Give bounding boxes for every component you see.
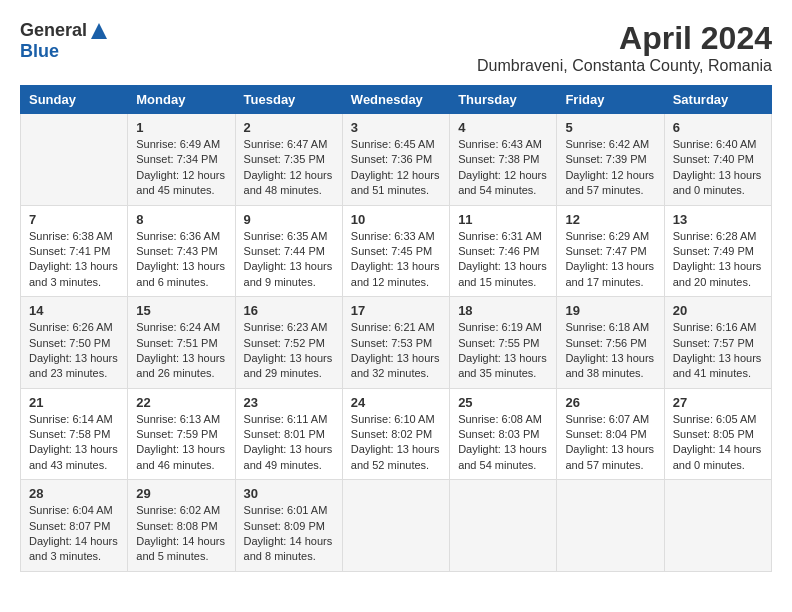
day-number: 10 [351, 212, 441, 227]
week-row: 21Sunrise: 6:14 AM Sunset: 7:58 PM Dayli… [21, 388, 772, 480]
day-number: 29 [136, 486, 226, 501]
location: Dumbraveni, Constanta County, Romania [477, 57, 772, 75]
day-cell: 5Sunrise: 6:42 AM Sunset: 7:39 PM Daylig… [557, 114, 664, 206]
header-row: SundayMondayTuesdayWednesdayThursdayFrid… [21, 86, 772, 114]
day-cell: 8Sunrise: 6:36 AM Sunset: 7:43 PM Daylig… [128, 205, 235, 297]
header-day: Saturday [664, 86, 771, 114]
day-cell: 7Sunrise: 6:38 AM Sunset: 7:41 PM Daylig… [21, 205, 128, 297]
day-info: Sunrise: 6:16 AM Sunset: 7:57 PM Dayligh… [673, 320, 763, 382]
day-info: Sunrise: 6:14 AM Sunset: 7:58 PM Dayligh… [29, 412, 119, 474]
day-number: 4 [458, 120, 548, 135]
day-number: 8 [136, 212, 226, 227]
day-number: 26 [565, 395, 655, 410]
day-number: 7 [29, 212, 119, 227]
day-cell: 18Sunrise: 6:19 AM Sunset: 7:55 PM Dayli… [450, 297, 557, 389]
day-info: Sunrise: 6:45 AM Sunset: 7:36 PM Dayligh… [351, 137, 441, 199]
day-number: 25 [458, 395, 548, 410]
day-info: Sunrise: 6:01 AM Sunset: 8:09 PM Dayligh… [244, 503, 334, 565]
day-number: 3 [351, 120, 441, 135]
day-number: 13 [673, 212, 763, 227]
header-day: Tuesday [235, 86, 342, 114]
day-cell: 17Sunrise: 6:21 AM Sunset: 7:53 PM Dayli… [342, 297, 449, 389]
day-number: 18 [458, 303, 548, 318]
day-cell: 2Sunrise: 6:47 AM Sunset: 7:35 PM Daylig… [235, 114, 342, 206]
day-cell [21, 114, 128, 206]
day-number: 15 [136, 303, 226, 318]
day-number: 20 [673, 303, 763, 318]
header-day: Thursday [450, 86, 557, 114]
day-cell: 23Sunrise: 6:11 AM Sunset: 8:01 PM Dayli… [235, 388, 342, 480]
day-cell: 28Sunrise: 6:04 AM Sunset: 8:07 PM Dayli… [21, 480, 128, 572]
day-info: Sunrise: 6:31 AM Sunset: 7:46 PM Dayligh… [458, 229, 548, 291]
day-cell: 4Sunrise: 6:43 AM Sunset: 7:38 PM Daylig… [450, 114, 557, 206]
logo-icon [89, 21, 109, 41]
week-row: 7Sunrise: 6:38 AM Sunset: 7:41 PM Daylig… [21, 205, 772, 297]
header-day: Sunday [21, 86, 128, 114]
day-number: 14 [29, 303, 119, 318]
day-number: 24 [351, 395, 441, 410]
day-info: Sunrise: 6:23 AM Sunset: 7:52 PM Dayligh… [244, 320, 334, 382]
day-cell: 14Sunrise: 6:26 AM Sunset: 7:50 PM Dayli… [21, 297, 128, 389]
logo: General Blue [20, 20, 109, 62]
day-info: Sunrise: 6:36 AM Sunset: 7:43 PM Dayligh… [136, 229, 226, 291]
day-info: Sunrise: 6:33 AM Sunset: 7:45 PM Dayligh… [351, 229, 441, 291]
page-header: General Blue April 2024 Dumbraveni, Cons… [20, 20, 772, 75]
day-cell: 29Sunrise: 6:02 AM Sunset: 8:08 PM Dayli… [128, 480, 235, 572]
day-number: 19 [565, 303, 655, 318]
day-number: 12 [565, 212, 655, 227]
week-row: 28Sunrise: 6:04 AM Sunset: 8:07 PM Dayli… [21, 480, 772, 572]
day-cell: 6Sunrise: 6:40 AM Sunset: 7:40 PM Daylig… [664, 114, 771, 206]
day-number: 6 [673, 120, 763, 135]
header-day: Friday [557, 86, 664, 114]
day-number: 9 [244, 212, 334, 227]
day-number: 23 [244, 395, 334, 410]
day-cell [342, 480, 449, 572]
day-cell [557, 480, 664, 572]
day-info: Sunrise: 6:26 AM Sunset: 7:50 PM Dayligh… [29, 320, 119, 382]
day-cell: 25Sunrise: 6:08 AM Sunset: 8:03 PM Dayli… [450, 388, 557, 480]
week-row: 14Sunrise: 6:26 AM Sunset: 7:50 PM Dayli… [21, 297, 772, 389]
day-cell [664, 480, 771, 572]
day-info: Sunrise: 6:04 AM Sunset: 8:07 PM Dayligh… [29, 503, 119, 565]
day-number: 16 [244, 303, 334, 318]
day-info: Sunrise: 6:24 AM Sunset: 7:51 PM Dayligh… [136, 320, 226, 382]
day-number: 5 [565, 120, 655, 135]
day-info: Sunrise: 6:47 AM Sunset: 7:35 PM Dayligh… [244, 137, 334, 199]
day-cell: 10Sunrise: 6:33 AM Sunset: 7:45 PM Dayli… [342, 205, 449, 297]
day-number: 17 [351, 303, 441, 318]
header-day: Wednesday [342, 86, 449, 114]
day-cell: 19Sunrise: 6:18 AM Sunset: 7:56 PM Dayli… [557, 297, 664, 389]
day-info: Sunrise: 6:08 AM Sunset: 8:03 PM Dayligh… [458, 412, 548, 474]
day-info: Sunrise: 6:11 AM Sunset: 8:01 PM Dayligh… [244, 412, 334, 474]
svg-marker-0 [91, 23, 107, 39]
day-number: 28 [29, 486, 119, 501]
day-info: Sunrise: 6:18 AM Sunset: 7:56 PM Dayligh… [565, 320, 655, 382]
day-cell [450, 480, 557, 572]
week-row: 1Sunrise: 6:49 AM Sunset: 7:34 PM Daylig… [21, 114, 772, 206]
day-cell: 24Sunrise: 6:10 AM Sunset: 8:02 PM Dayli… [342, 388, 449, 480]
day-cell: 26Sunrise: 6:07 AM Sunset: 8:04 PM Dayli… [557, 388, 664, 480]
day-cell: 27Sunrise: 6:05 AM Sunset: 8:05 PM Dayli… [664, 388, 771, 480]
day-info: Sunrise: 6:21 AM Sunset: 7:53 PM Dayligh… [351, 320, 441, 382]
day-info: Sunrise: 6:13 AM Sunset: 7:59 PM Dayligh… [136, 412, 226, 474]
day-cell: 22Sunrise: 6:13 AM Sunset: 7:59 PM Dayli… [128, 388, 235, 480]
day-info: Sunrise: 6:19 AM Sunset: 7:55 PM Dayligh… [458, 320, 548, 382]
title-section: April 2024 Dumbraveni, Constanta County,… [477, 20, 772, 75]
day-cell: 16Sunrise: 6:23 AM Sunset: 7:52 PM Dayli… [235, 297, 342, 389]
day-number: 30 [244, 486, 334, 501]
logo-blue: Blue [20, 41, 59, 62]
day-number: 11 [458, 212, 548, 227]
day-cell: 9Sunrise: 6:35 AM Sunset: 7:44 PM Daylig… [235, 205, 342, 297]
day-info: Sunrise: 6:43 AM Sunset: 7:38 PM Dayligh… [458, 137, 548, 199]
day-cell: 1Sunrise: 6:49 AM Sunset: 7:34 PM Daylig… [128, 114, 235, 206]
day-cell: 3Sunrise: 6:45 AM Sunset: 7:36 PM Daylig… [342, 114, 449, 206]
day-cell: 21Sunrise: 6:14 AM Sunset: 7:58 PM Dayli… [21, 388, 128, 480]
day-cell: 13Sunrise: 6:28 AM Sunset: 7:49 PM Dayli… [664, 205, 771, 297]
day-info: Sunrise: 6:02 AM Sunset: 8:08 PM Dayligh… [136, 503, 226, 565]
day-info: Sunrise: 6:49 AM Sunset: 7:34 PM Dayligh… [136, 137, 226, 199]
day-number: 22 [136, 395, 226, 410]
day-info: Sunrise: 6:38 AM Sunset: 7:41 PM Dayligh… [29, 229, 119, 291]
day-cell: 15Sunrise: 6:24 AM Sunset: 7:51 PM Dayli… [128, 297, 235, 389]
month-title: April 2024 [477, 20, 772, 57]
day-cell: 20Sunrise: 6:16 AM Sunset: 7:57 PM Dayli… [664, 297, 771, 389]
